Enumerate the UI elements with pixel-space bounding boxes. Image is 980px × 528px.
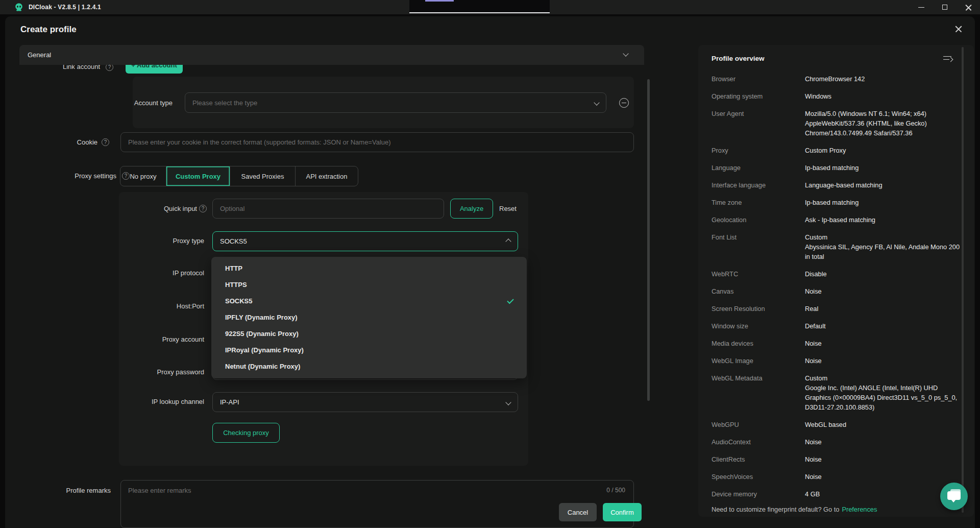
support-chat-button[interactable] <box>940 483 968 510</box>
proxy-type-label: Proxy type <box>122 237 204 245</box>
row-value: Default <box>805 321 966 331</box>
row-label: Time zone <box>712 198 805 207</box>
option-label: IPFLY (Dynamic Proxy) <box>225 314 298 321</box>
quick-input-label: Quick input <box>122 205 197 212</box>
restore-button[interactable] <box>933 0 957 14</box>
row-value: Custom Abyssinica SIL, Agency FB, Al Nil… <box>805 232 966 261</box>
dropdown-option-socks5[interactable]: SOCKS5 <box>211 293 527 309</box>
row-value: Ip-based matching <box>805 163 966 173</box>
row-label: Device memory <box>712 489 805 499</box>
row-label: Canvas <box>712 286 805 296</box>
chat-bubble-icon <box>947 491 961 500</box>
ip-lookup-channel-label: IP lookup channel <box>122 398 204 405</box>
remove-account-icon[interactable] <box>619 98 629 108</box>
checking-proxy-button[interactable]: Checking proxy <box>212 423 280 443</box>
row-value: Noise <box>805 286 966 296</box>
preferences-link[interactable]: Preferences <box>842 506 877 513</box>
proxy-settings-label: Proxy settings <box>41 172 116 180</box>
titlebar: DICloak - V2.8.5 | 1.2.4.1 <box>0 0 980 14</box>
row-value: Noise <box>805 472 966 482</box>
proxy-type-select[interactable]: SOCKS5 <box>212 231 518 251</box>
general-section-label: General <box>28 51 51 59</box>
option-label: Netnut (Dynamic Proxy) <box>225 363 300 370</box>
row-label: WebRTC <box>712 269 805 279</box>
row-label: Browser <box>712 74 805 84</box>
window-close-button[interactable] <box>957 0 980 14</box>
row-label: WebGL Metadata <box>712 373 805 412</box>
help-icon: ? <box>199 205 207 212</box>
row-value: Windows <box>805 91 966 101</box>
row-label: Font List <box>712 232 805 261</box>
chevron-down-icon <box>594 100 599 105</box>
minimize-button[interactable] <box>910 0 933 14</box>
row-label: Operating system <box>712 91 805 101</box>
app-title: DICloak - V2.8.5 | 1.2.4.1 <box>29 4 101 11</box>
account-type-select[interactable]: Please select the type <box>185 92 606 113</box>
dropdown-option-netnut[interactable]: Netnut (Dynamic Proxy) <box>211 358 527 375</box>
ip-protocol-label: IP protocol <box>122 269 204 277</box>
check-icon <box>507 297 513 304</box>
overview-row: WebGL MetadataCustom Google Inc. (Intel)… <box>712 373 966 412</box>
overview-row: Device memory4 GB <box>712 489 966 499</box>
chevron-down-icon <box>623 51 628 56</box>
dialog-close-icon[interactable] <box>951 22 965 35</box>
general-section-header[interactable]: General <box>19 45 644 65</box>
sidebar-scrollbar[interactable] <box>962 47 964 513</box>
option-label: HTTPS <box>225 281 247 289</box>
dropdown-option-https[interactable]: HTTPS <box>211 277 527 293</box>
tab-saved-proxies[interactable]: Saved Proxies <box>230 166 296 186</box>
cookie-placeholder: Please enter your cookie in the correct … <box>128 138 391 146</box>
row-label: ClientRects <box>712 454 805 464</box>
profile-overview-title: Profile overview <box>712 55 765 62</box>
row-value: Real <box>805 304 966 314</box>
row-value: WebGL based <box>805 420 966 429</box>
dropdown-option-iproyal[interactable]: IPRoyal (Dynamic Proxy) <box>211 342 527 358</box>
background-tab <box>409 0 550 13</box>
quick-input-field[interactable]: Optional <box>212 199 444 219</box>
option-label: 922S5 (Dynamic Proxy) <box>225 330 299 338</box>
cancel-button[interactable]: Cancel <box>559 503 597 521</box>
tab-custom-proxy[interactable]: Custom Proxy <box>166 166 230 186</box>
cookie-input[interactable]: Please enter your cookie in the correct … <box>120 132 634 152</box>
overview-row: LanguageIp-based matching <box>712 163 966 173</box>
analyze-button[interactable]: Analyze <box>450 199 493 219</box>
overview-row: AudioContextNoise <box>712 437 966 447</box>
proxy-type-value: SOCKS5 <box>220 237 247 245</box>
overview-row: WebGL ImageNoise <box>712 356 966 366</box>
dicloak-logo-icon <box>14 3 23 12</box>
confirm-button[interactable]: Confirm <box>603 503 642 521</box>
tab-no-proxy[interactable]: No proxy <box>120 166 166 186</box>
collapse-panel-icon[interactable] <box>943 55 953 63</box>
overview-row: ProxyCustom Proxy <box>712 146 966 155</box>
ip-lookup-channel-select[interactable]: IP-API <box>212 392 518 412</box>
profile-remarks-textarea[interactable]: Please enter remarks 0 / 500 <box>120 480 634 528</box>
overview-row: Screen ResolutionReal <box>712 304 966 314</box>
ip-lookup-channel-value: IP-API <box>220 398 239 406</box>
dropdown-option-922s5[interactable]: 922S5 (Dynamic Proxy) <box>211 326 527 342</box>
fingerprint-hint: Need to customize fingerprint default? G… <box>712 506 877 513</box>
row-label: Geolocation <box>712 215 805 225</box>
overview-row: WebGPUWebGL based <box>712 420 966 429</box>
form-scrollbar[interactable] <box>647 79 650 401</box>
app-window: DICloak - V2.8.5 | 1.2.4.1 Create profil… <box>0 0 980 528</box>
row-value: Noise <box>805 437 966 447</box>
tab-api-extraction[interactable]: API extraction <box>296 166 358 186</box>
option-label: IPRoyal (Dynamic Proxy) <box>225 346 304 354</box>
row-value: Noise <box>805 454 966 464</box>
dropdown-option-ipfly[interactable]: IPFLY (Dynamic Proxy) <box>211 309 527 326</box>
cookie-label: Cookie <box>41 138 97 146</box>
row-label: User Agent <box>712 109 805 138</box>
dropdown-option-http[interactable]: HTTP <box>211 260 527 277</box>
row-label: Screen Resolution <box>712 304 805 314</box>
reset-button[interactable]: Reset <box>499 205 517 212</box>
row-label: SpeechVoices <box>712 472 805 482</box>
hint-text: Need to customize fingerprint default? G… <box>712 506 839 513</box>
overview-row: Operating systemWindows <box>712 91 966 101</box>
proxy-password-label: Proxy password <box>122 368 204 376</box>
row-label: WebGL Image <box>712 356 805 366</box>
tab-accent-line <box>425 0 454 2</box>
overview-row: WebRTCDisable <box>712 269 966 279</box>
row-value: Disable <box>805 269 966 279</box>
overview-row: Interface languageLanguage-based matchin… <box>712 180 966 190</box>
overview-row: CanvasNoise <box>712 286 966 296</box>
